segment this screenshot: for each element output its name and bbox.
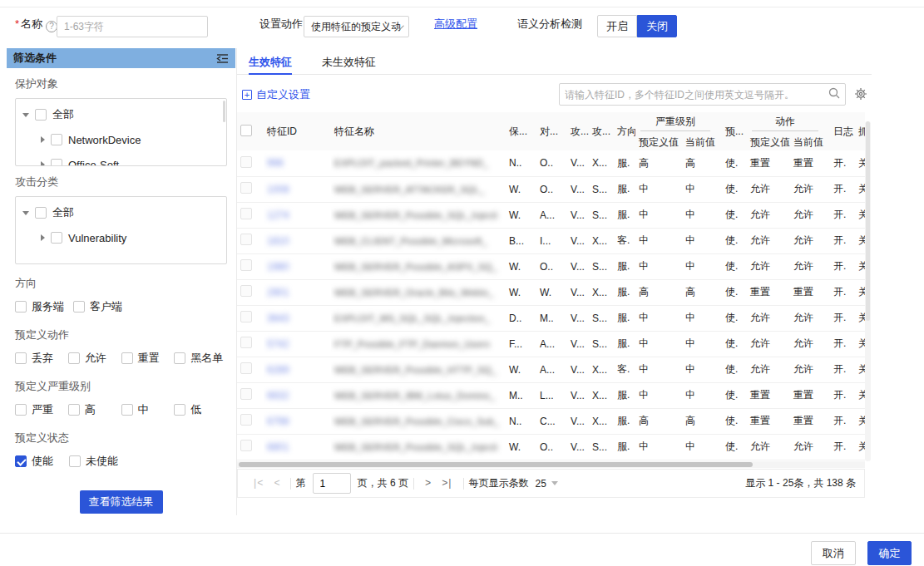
checkbox[interactable] [15, 352, 27, 364]
col-feature-name[interactable]: 特征名称 [331, 112, 506, 150]
row-checkbox[interactable] [240, 388, 252, 400]
checkbox[interactable] [174, 404, 185, 416]
feature-id-link[interactable]: 6632 [267, 390, 289, 401]
col-action-predefined[interactable]: 预定义值 [747, 134, 790, 150]
checkbox[interactable] [15, 301, 27, 313]
vertical-scrollbar[interactable] [865, 121, 871, 461]
checkbox[interactable] [174, 352, 185, 364]
search-input[interactable] [560, 89, 823, 101]
per-page-select[interactable]: 25 [536, 478, 558, 490]
option-client[interactable]: 客户端 [73, 299, 131, 314]
feature-id-link[interactable]: 1274 [267, 209, 289, 221]
checkbox[interactable] [68, 352, 80, 364]
gear-icon[interactable] [854, 87, 867, 101]
next-page-icon[interactable]: > [419, 478, 436, 490]
col-direction[interactable]: 方向 [614, 112, 635, 150]
feature-id-link[interactable]: 966 [267, 157, 284, 169]
help-icon[interactable]: ? [46, 21, 57, 32]
advanced-config-link[interactable]: 高级配置 [434, 17, 477, 32]
col-log[interactable]: 日志 [830, 112, 855, 150]
tree-checkbox[interactable] [35, 207, 47, 219]
feature-id-link[interactable]: 3643 [267, 313, 289, 324]
tree-checkbox[interactable] [51, 159, 62, 166]
row-checkbox[interactable] [240, 311, 252, 322]
tab-active-features[interactable]: 生效特征 [249, 48, 292, 75]
checkbox-checked[interactable] [15, 455, 27, 467]
page-number-input[interactable] [313, 473, 351, 494]
checkbox[interactable] [121, 404, 133, 416]
option-server[interactable]: 服务端 [15, 299, 73, 314]
option-allow[interactable]: 允许 [68, 351, 121, 366]
tree-item-vulnerability[interactable]: Vulnerability [22, 225, 226, 250]
checkbox[interactable] [73, 301, 85, 313]
col-predefined-state[interactable]: 预... [722, 112, 747, 150]
checkbox[interactable] [15, 404, 27, 416]
tab-inactive-features[interactable]: 未生效特征 [322, 48, 376, 75]
tree-item-networkdevice[interactable]: NetworkDevice [22, 127, 226, 152]
toggle-on-button[interactable]: 开启 [597, 15, 637, 37]
vertical-scrollbar-thumb[interactable] [866, 121, 870, 321]
caret-down-icon[interactable] [22, 113, 29, 117]
checkbox[interactable] [68, 404, 80, 416]
tree-checkbox[interactable] [35, 109, 47, 121]
name-input[interactable] [57, 16, 208, 37]
row-checkbox[interactable] [240, 285, 252, 297]
option-enabled[interactable]: 使能 [15, 454, 69, 469]
feature-id-link[interactable]: 6798 [267, 416, 289, 427]
option-disabled[interactable]: 未使能 [69, 454, 123, 469]
col-action-current[interactable]: 当前值 [790, 134, 830, 150]
tree-item-all[interactable]: 全部 [22, 200, 226, 225]
col-severity-predefined[interactable]: 预定义值 [635, 134, 682, 150]
feature-id-link[interactable]: 2901 [267, 287, 289, 298]
row-checkbox[interactable] [240, 208, 252, 219]
search-icon[interactable] [823, 87, 845, 102]
option-blacklist[interactable]: 黑名单 [174, 351, 227, 366]
view-filter-results-button[interactable]: 查看筛选结果 [80, 490, 163, 514]
col-attack-category[interactable]: 攻... [567, 112, 589, 150]
row-checkbox[interactable] [240, 156, 252, 168]
prev-page-icon[interactable]: < [268, 478, 284, 490]
horizontal-scrollbar[interactable] [237, 461, 865, 468]
last-page-icon[interactable]: >| [436, 478, 457, 490]
tree-checkbox[interactable] [51, 232, 62, 244]
collapse-panel-icon[interactable] [216, 53, 229, 64]
option-low[interactable]: 低 [174, 402, 227, 417]
row-checkbox[interactable] [240, 182, 252, 194]
action-select[interactable]: 使用特征的预定义动 [304, 16, 409, 37]
tree-item-all[interactable]: 全部 [22, 102, 226, 127]
option-medium[interactable]: 中 [121, 402, 175, 417]
checkbox[interactable] [121, 352, 133, 364]
feature-id-link[interactable]: 6289 [267, 364, 289, 376]
feature-id-link[interactable]: 1008 [267, 184, 289, 195]
option-reset[interactable]: 重置 [121, 351, 175, 366]
option-drop[interactable]: 丢弃 [15, 351, 68, 366]
col-capture[interactable]: 抓包 [855, 112, 865, 150]
feature-id-link[interactable]: 6801 [267, 441, 289, 453]
row-checkbox[interactable] [240, 440, 252, 451]
checkbox[interactable] [69, 455, 81, 467]
row-checkbox[interactable] [240, 414, 252, 426]
toggle-off-button[interactable]: 关闭 [637, 15, 677, 37]
select-all-checkbox[interactable] [240, 125, 252, 136]
col-protect-object[interactable]: 保... [506, 112, 536, 150]
row-checkbox[interactable] [240, 337, 252, 348]
row-checkbox[interactable] [240, 362, 252, 374]
caret-right-icon[interactable] [41, 161, 45, 166]
col-object[interactable]: 对... [536, 112, 567, 150]
feature-id-link[interactable]: 1810 [267, 235, 289, 247]
caret-right-icon[interactable] [41, 234, 45, 241]
tree-checkbox[interactable] [51, 134, 62, 145]
option-high[interactable]: 高 [68, 402, 121, 417]
row-checkbox[interactable] [240, 259, 252, 271]
caret-down-icon[interactable] [22, 211, 29, 215]
feature-id-link[interactable]: 5742 [267, 338, 289, 350]
ok-button[interactable]: 确定 [867, 541, 912, 565]
col-severity-current[interactable]: 当前值 [682, 134, 722, 150]
first-page-icon[interactable]: |< [246, 478, 268, 490]
col-feature-id[interactable]: 特征ID [264, 112, 331, 150]
caret-right-icon[interactable] [41, 136, 45, 143]
row-checkbox[interactable] [240, 234, 252, 245]
custom-settings-button[interactable]: + 自定义设置 [242, 87, 310, 102]
feature-id-link[interactable]: 1980 [267, 261, 289, 273]
cancel-button[interactable]: 取消 [811, 541, 856, 565]
